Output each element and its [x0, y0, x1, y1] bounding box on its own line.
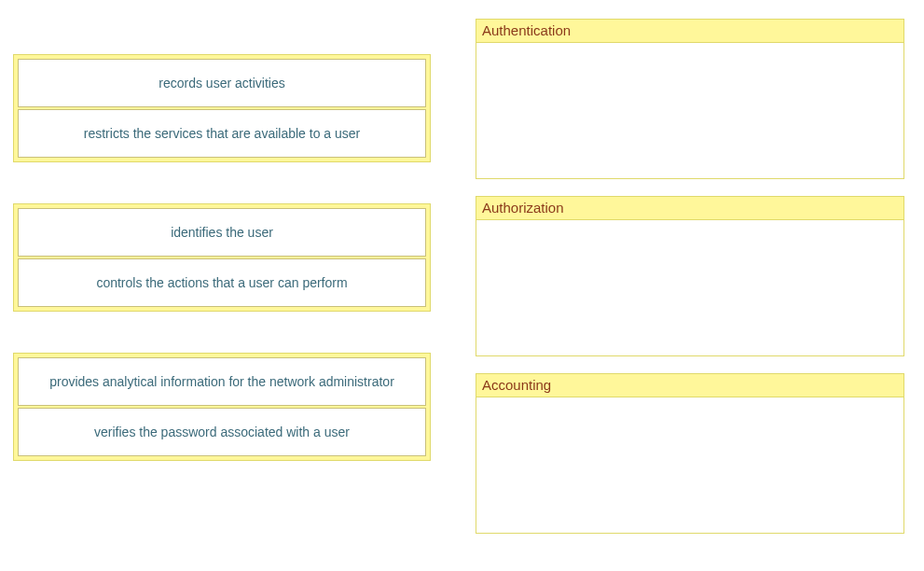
draggable-item[interactable]: controls the actions that a user can per… [18, 258, 426, 307]
matching-exercise: records user activities restricts the se… [0, 0, 924, 552]
dropzone-label: Accounting [476, 374, 903, 397]
dropzone-authorization[interactable]: Authorization [476, 196, 904, 356]
draggable-item[interactable]: records user activities [18, 59, 426, 107]
draggable-item[interactable]: provides analytical information for the … [18, 357, 426, 406]
item-group-1: records user activities restricts the se… [13, 54, 431, 162]
item-text: restricts the services that are availabl… [84, 126, 360, 141]
dropzone-label: Authorization [476, 197, 903, 220]
item-text: records user activities [159, 76, 284, 91]
item-group-2: identifies the user controls the actions… [13, 203, 431, 312]
draggable-item[interactable]: identifies the user [18, 208, 426, 257]
dropzone-body [476, 220, 903, 355]
item-text: identifies the user [171, 225, 273, 240]
draggable-items-column: records user activities restricts the se… [13, 19, 431, 534]
dropzone-authentication[interactable]: Authentication [476, 19, 904, 179]
draggable-item[interactable]: verifies the password associated with a … [18, 408, 426, 456]
item-text: controls the actions that a user can per… [96, 275, 347, 290]
draggable-item[interactable]: restricts the services that are availabl… [18, 109, 426, 158]
dropzone-body [476, 397, 903, 533]
dropzone-body [476, 43, 903, 178]
item-text: verifies the password associated with a … [94, 425, 350, 439]
dropzones-column: Authentication Authorization Accounting [476, 19, 904, 534]
dropzone-label: Authentication [476, 20, 903, 43]
item-text: provides analytical information for the … [49, 374, 394, 389]
dropzone-accounting[interactable]: Accounting [476, 373, 904, 534]
item-group-3: provides analytical information for the … [13, 353, 431, 461]
